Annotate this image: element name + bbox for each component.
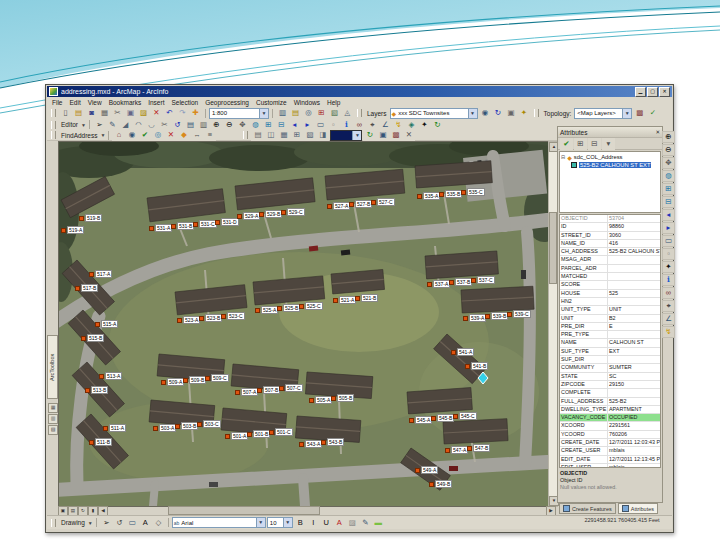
address-point-label[interactable]: 507-A [235, 388, 258, 396]
zoom-out-icon[interactable]: ⊖ [662, 144, 675, 156]
address-point-label[interactable]: 529-A [237, 212, 260, 220]
table-mini-icon[interactable]: ▦ [48, 403, 58, 413]
search-window-icon[interactable]: ◎ [302, 107, 315, 119]
CH_ADDRESS-icon[interactable]: CH_ADDRESS 525-B2 CALHOUN ST EXT [560, 248, 660, 256]
map-horizontal-scrollbar[interactable]: ▣ ▤ ↻ ▮ ◀ ▶ [58, 506, 556, 515]
font-color-icon[interactable]: A [333, 517, 346, 529]
toolbar-grip[interactable] [357, 109, 362, 117]
menu-item[interactable]: Help [327, 99, 340, 106]
SUF_DIR-icon[interactable]: SUF_DIR [560, 356, 660, 364]
field-value[interactable]: 29150 [608, 381, 660, 388]
close-icon[interactable]: ✕ [655, 129, 660, 135]
chevron-down-icon[interactable]: ▼ [81, 122, 86, 128]
toolbar-grip[interactable] [51, 121, 56, 129]
field-value[interactable]: E [608, 323, 660, 330]
chevron-down-icon[interactable]: ▼ [283, 518, 292, 527]
text-icon[interactable]: A [139, 517, 152, 529]
field-value[interactable]: UNIT [608, 306, 660, 313]
address-point-label[interactable]: 527-A [327, 202, 350, 210]
chevron-down-icon[interactable]: ▼ [256, 518, 265, 527]
open-folder-icon[interactable]: ▤ [72, 107, 85, 119]
address-point-label[interactable]: 527-C [371, 198, 395, 206]
address-point-label[interactable]: 535-C [461, 188, 485, 196]
field-value[interactable]: 525-B2 [608, 398, 660, 405]
dock-tab[interactable]: Attributes [618, 503, 658, 514]
copy-parallel-icon[interactable]: ⊞ [290, 129, 303, 141]
locator-combo[interactable]: ◆ xxx SDC Townsites ▼ [390, 108, 478, 119]
table-of-contents-icon[interactable]: ▥ [276, 107, 289, 119]
toolbar-grip[interactable] [534, 109, 539, 117]
apply-icon[interactable]: ✔ [560, 138, 573, 150]
address-point-label[interactable]: 503-A [153, 424, 176, 432]
address-point-label[interactable]: 529-C [281, 208, 305, 216]
field-value[interactable]: 2291561 [608, 422, 660, 429]
address-point-label[interactable]: 503-B [175, 422, 198, 430]
CREATE_USER-icon[interactable]: CREATE_USER mblais [560, 447, 660, 455]
address-point-label[interactable]: 539-C [507, 310, 531, 318]
address-point-label[interactable]: 521-B [355, 294, 378, 302]
rematch-icon[interactable]: ↻ [492, 107, 505, 119]
chevron-down-icon[interactable]: ▼ [352, 131, 361, 140]
field-value[interactable] [608, 256, 660, 263]
address-point-label[interactable]: 531-A [149, 224, 172, 232]
menu-item[interactable]: Insert [148, 99, 164, 106]
PRE_DIR-icon[interactable]: PRE_DIR E [560, 323, 660, 331]
ID-icon[interactable]: ID 98860 [560, 223, 660, 231]
EDIT_DATE-icon[interactable]: EDIT_DATE 12/7/2011 12:13:45 PM [560, 456, 660, 464]
font-combo[interactable]: ab Arial ▼ [172, 517, 266, 528]
add-data-icon[interactable]: ✚ [189, 107, 202, 119]
tree-layer-row[interactable]: ⊟ ◆ sdc_COL_Address [561, 153, 659, 161]
NAME_ID-icon[interactable]: NAME_ID 416 [560, 240, 660, 248]
address-point-label[interactable]: 543-A [299, 440, 322, 448]
toolbar-grip[interactable] [243, 131, 248, 139]
address-point-label[interactable]: 513-A [99, 372, 122, 380]
address-point-label[interactable]: 501-A [225, 432, 248, 440]
paste-icon[interactable]: ▨ [137, 107, 150, 119]
address-point-label[interactable]: 535-B [439, 190, 462, 198]
address-point-label[interactable]: 503-C [197, 420, 221, 428]
field-value[interactable]: 12/7/2011 12:13:45 PM [608, 456, 660, 463]
dock-tab[interactable]: Create Features [559, 503, 616, 514]
STATE-icon[interactable]: STATE SC [560, 373, 660, 381]
OBJECTID-icon[interactable]: OBJECTID 53704 [560, 215, 660, 223]
collapse-icon[interactable]: ⊟ [561, 154, 565, 160]
address-point-label[interactable]: 515-B [81, 334, 104, 342]
new-document-icon[interactable]: ▯ [59, 107, 72, 119]
address-point-label[interactable]: 519-B [79, 214, 102, 222]
feature-tree[interactable]: ⊟ ◆ sdc_COL_Address 525-B2 CALHOUN ST EX… [559, 151, 661, 213]
chevron-down-icon[interactable]: ▼ [88, 520, 93, 526]
overview-mini-icon[interactable]: ▧ [48, 425, 58, 435]
address-point-label[interactable]: 517-B [75, 284, 98, 292]
field-value[interactable]: 3060 [608, 232, 660, 239]
fixed-zoom-out-icon[interactable]: ⊟ [662, 196, 675, 208]
field-value[interactable]: SUMTER [608, 364, 660, 371]
address-point-label[interactable]: 545-A [409, 416, 432, 424]
toolbar-grip[interactable] [51, 519, 56, 527]
HOUSE-icon[interactable]: HOUSE 525 [560, 290, 660, 298]
PRE_TYPE-icon[interactable]: PRE_TYPE [560, 331, 660, 339]
menu-item[interactable]: Edit [69, 99, 80, 106]
select-elements-icon[interactable]: ➢ [100, 517, 113, 529]
chart-mini-icon[interactable]: ▥ [48, 414, 58, 424]
copy-icon[interactable]: ▣ [124, 107, 137, 119]
field-value[interactable] [608, 298, 660, 305]
address-point-label[interactable]: 531-D [215, 218, 239, 226]
address-point-label[interactable]: 511-B [89, 438, 112, 446]
zoom-in-icon[interactable]: ⊕ [662, 131, 675, 143]
fixed-zoom-in-icon[interactable]: ⊞ [662, 183, 675, 195]
marker-color-icon[interactable]: ▬ [372, 517, 385, 529]
NAME-icon[interactable]: NAME CALHOUN ST [560, 339, 660, 347]
pan-icon[interactable]: ✥ [662, 157, 675, 169]
bold-icon[interactable]: B [294, 517, 307, 529]
address-point-label[interactable]: 501-C [269, 428, 293, 436]
COMPLETE-icon[interactable]: COMPLETE [560, 389, 660, 397]
chevron-down-icon[interactable]: ▼ [468, 109, 477, 118]
field-value[interactable]: SC [608, 373, 660, 380]
zoom-to-result-icon[interactable]: ◎ [151, 129, 164, 141]
MSAG_ADR-icon[interactable]: MSAG_ADR [560, 256, 660, 264]
PARCEL_ADR-icon[interactable]: PARCEL_ADR [560, 265, 660, 273]
MATCHED-icon[interactable]: MATCHED [560, 273, 660, 281]
toolbar-grip[interactable] [51, 109, 56, 117]
select-elements-icon[interactable]: ✦ [662, 261, 675, 273]
find-icon[interactable]: ∞ [662, 287, 675, 299]
